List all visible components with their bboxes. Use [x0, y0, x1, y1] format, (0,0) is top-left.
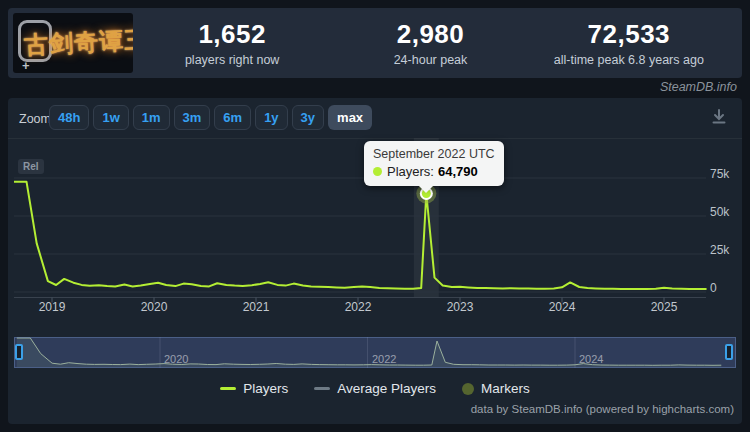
stat-current-players-label: players right now [133, 53, 331, 67]
zoom-button-6m[interactable]: 6m [214, 105, 251, 130]
legend-item-average-players[interactable]: Average Players [314, 381, 436, 396]
download-icon[interactable] [709, 107, 729, 127]
chart-card: Zoom 48h1w1m3m6m1y3ymax Rel 025k50k75k20… [8, 98, 742, 424]
x-axis-label-2019: 2019 [39, 300, 66, 314]
logo-title: 古剑奇谭三 [23, 23, 133, 61]
tooltip-series-dot-icon [373, 167, 382, 176]
tooltip-row: Players: 64,790 [373, 164, 495, 179]
legend-item-players[interactable]: Players [220, 381, 288, 396]
tooltip-title: September 2022 UTC [373, 147, 495, 161]
zoom-button-3m[interactable]: 3m [174, 105, 211, 130]
legend-swatch-icon [462, 383, 474, 395]
navigator-label-2020: 2020 [164, 353, 188, 365]
zoom-button-max[interactable]: max [328, 105, 372, 130]
legend-item-markers[interactable]: Markers [462, 381, 530, 396]
stat-current-players: 1,652 players right now [133, 19, 331, 67]
navigator-left-handle[interactable] [15, 344, 23, 360]
zoom-button-3y[interactable]: 3y [292, 105, 324, 130]
zoom-button-1w[interactable]: 1w [93, 105, 128, 130]
steamdb-watermark: SteamDB.info [660, 80, 737, 94]
tooltip-series-label: Players: [387, 164, 434, 179]
zoom-button-48h[interactable]: 48h [49, 105, 89, 130]
navigator-label-2022: 2022 [372, 353, 396, 365]
stat-alltime-peak-value: 72,533 [530, 19, 728, 50]
legend-label: Average Players [337, 381, 436, 396]
zoom-label: Zoom [19, 112, 51, 126]
x-axis-label-2021: 2021 [243, 300, 270, 314]
stat-alltime-peak-label: all-time peak 6.8 years ago [530, 53, 728, 67]
x-axis-label-2024: 2024 [549, 300, 576, 314]
y-axis-label-0: 0 [710, 281, 742, 295]
y-axis-label-75k: 75k [710, 167, 742, 181]
zoom-button-1y[interactable]: 1y [255, 105, 287, 130]
y-axis-label-25k: 25k [710, 243, 742, 257]
x-axis-label-2022: 2022 [345, 300, 372, 314]
y-axis-label-50k: 50k [710, 205, 742, 219]
rel-badge[interactable]: Rel [18, 159, 44, 174]
stats-card: + 古剑奇谭三 1,652 players right now 2,980 24… [8, 8, 742, 78]
chart-credits: data by SteamDB.info (powered by highcha… [471, 403, 734, 415]
x-axis-label-2023: 2023 [447, 300, 474, 314]
game-logo: + 古剑奇谭三 [13, 13, 133, 73]
navigator-label-2024: 2024 [579, 353, 603, 365]
stat-24h-peak-label: 24-hour peak [331, 53, 529, 67]
stat-24h-peak: 2,980 24-hour peak [331, 19, 529, 67]
stat-24h-peak-value: 2,980 [331, 19, 529, 50]
zoom-button-group: 48h1w1m3m6m1y3ymax [49, 105, 372, 130]
legend-label: Players [243, 381, 288, 396]
zoom-button-1m[interactable]: 1m [133, 105, 170, 130]
legend-swatch-icon [220, 387, 236, 390]
players-series-line [14, 182, 706, 289]
x-axis-label-2025: 2025 [651, 300, 678, 314]
chart-tooltip: September 2022 UTC Players: 64,790 [364, 141, 504, 186]
navigator-right-handle[interactable] [725, 344, 733, 360]
chart-legend: PlayersAverage PlayersMarkers [8, 381, 742, 396]
steamdb-chart-page: + 古剑奇谭三 1,652 players right now 2,980 24… [0, 0, 750, 432]
range-navigator[interactable]: 202020222024 [14, 337, 736, 368]
stat-alltime-peak: 72,533 all-time peak 6.8 years ago [530, 19, 728, 67]
tooltip-value: 64,790 [438, 164, 478, 179]
x-axis-label-2020: 2020 [141, 300, 168, 314]
legend-swatch-icon [314, 387, 330, 390]
stat-current-players-value: 1,652 [133, 19, 331, 50]
legend-label: Markers [481, 381, 530, 396]
